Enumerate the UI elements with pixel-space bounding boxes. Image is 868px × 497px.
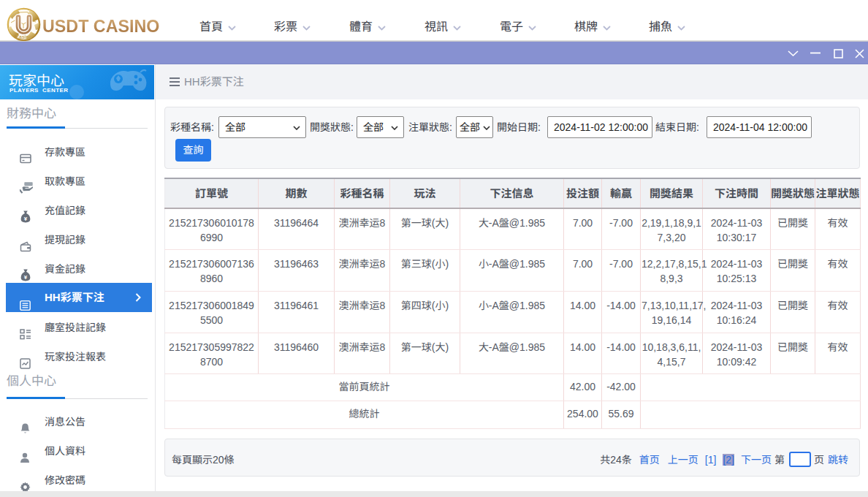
svg-text:¥: ¥ [24,216,28,222]
svg-text:Casino: Casino [16,34,32,39]
svg-text:¥: ¥ [24,274,28,281]
